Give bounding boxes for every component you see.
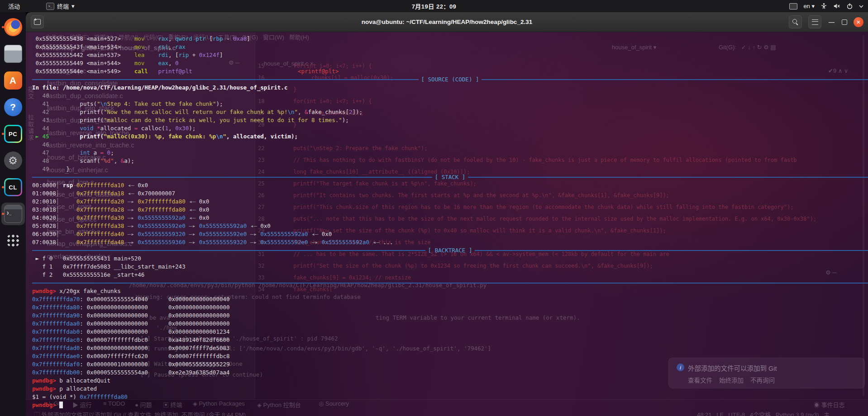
plus-icon: + [34, 18, 37, 22]
terminal-line: 0x555555555442 <main+537> lea rdi, [rip … [32, 51, 868, 59]
terminal-line: 0x7fffffffdad0: 0x0000000000000000 0x000… [32, 344, 868, 352]
search-icon [792, 19, 798, 25]
close-button[interactable]: × [854, 17, 863, 27]
terminal-line: 0x7fffffffdae0: 0x00007ffff7ffc620 0x000… [32, 352, 868, 360]
keyboard-icon [789, 3, 797, 9]
firefox-icon [4, 18, 22, 36]
terminal-line: 0x555555555449 <main+544> mov eax, 0 [32, 59, 868, 67]
terminal-line: f 1 0x7ffff7de5083 __libc_start_main+243 [32, 263, 868, 271]
terminal-line: 06:0030│ 0x7fffffffda40 —▸ 0x55555555932… [32, 230, 868, 238]
power-icon [846, 3, 853, 9]
terminal-line: pwndbg> b allocatedQuit [32, 377, 868, 385]
terminal-line: 07:0038│ 0x7fffffffda48 —▸ 0x55555555936… [32, 238, 868, 246]
terminal-line: 48 scanf("%d", &a); [32, 157, 868, 165]
accessibility-icon [820, 3, 827, 9]
clion-icon: CL [4, 178, 22, 196]
dock: A?PC⚙CL❯_ [0, 12, 26, 416]
dock-item-firefox[interactable] [1, 16, 25, 38]
terminal-line: 40 [32, 92, 868, 100]
terminal-line: 0x55555555544e <main+549> call printf@pl… [32, 67, 868, 76]
help-icon: ? [4, 98, 22, 116]
hamburger-icon [812, 19, 818, 25]
terminal-line: 0x7fffffffdaa0: 0x0000000000000000 0x000… [32, 320, 868, 328]
terminal-line: 43 printf("malloc can do the trick as we… [32, 116, 868, 124]
terminal-line: 04:0020│ 0x7fffffffda30 —▸ 0x5555555592a… [32, 214, 868, 222]
files-icon [4, 45, 22, 63]
terminal-line: 0x7fffffffda70: 0x0000555555554040 0x000… [32, 295, 868, 303]
terminal-line: pwndbg> [32, 401, 868, 409]
desktop: 活动 >_ 终端 ▾ 7月19日 22：09 en ▾ A?PC⚙CL❯_ + … [0, 0, 868, 416]
terminal-line: 42 printf("Now the next calloc will retu… [32, 108, 868, 116]
clion-logo-text: CL [5, 180, 21, 195]
dock-item-files[interactable] [1, 43, 25, 65]
volume-muted-icon [833, 3, 840, 9]
dock-item-settings[interactable]: ⚙ [1, 149, 25, 172]
terminal-line: 0x7fffffffda80: 0x0000000000000000 0x000… [32, 303, 868, 312]
input-language-indicator[interactable]: en ▾ [803, 3, 815, 9]
terminal-content[interactable]: i 外部添加的文件可以添加到 Git 查看文件 始终添加 不再询问 文件(F) … [26, 32, 868, 416]
terminal-line: f 2 0x55555555516e _start+46 [32, 271, 868, 279]
search-button[interactable] [789, 15, 802, 28]
terminal-line: 0x7fffffffda90: 0x0000000000000000 0x000… [32, 312, 868, 320]
pycharm-icon: PC [4, 125, 22, 143]
pycharm-logo-text: PC [5, 126, 21, 142]
terminal-line: 00:0000│ rsp 0x7fffffffda10 ◂— 0x0 [32, 181, 868, 189]
terminal-icon: ❯_ [4, 205, 22, 223]
app-menu-label: 终端 [57, 2, 69, 10]
terminal-line: 03:0018│ 0x7fffffffda28 —▸ 0x7fffffffda8… [32, 206, 868, 214]
dock-item-software[interactable]: A [1, 69, 25, 92]
running-indicator-dot [2, 186, 4, 189]
terminal-line: ► 45 printf("malloc(0x30): %p, fake chun… [32, 132, 868, 141]
new-tab-button[interactable]: + [31, 15, 44, 28]
settings-icon: ⚙ [4, 151, 22, 170]
window-title: nova@ubuntu: ~/CTF/Learning/HEAP/how2hea… [362, 19, 532, 25]
dock-item-apps-grid[interactable] [1, 229, 25, 252]
activities-button[interactable]: 活动 [8, 2, 20, 10]
terminal-line: 44 void *allocated = calloc(1, 0x30); [32, 124, 868, 132]
terminal-window: + nova@ubuntu: ~/CTF/Learning/HEAP/how2h… [26, 12, 868, 416]
software-icon: A [4, 71, 22, 90]
terminal-line: In file: /home/nova/CTF/Learning/HEAP/ho… [32, 84, 868, 92]
terminal-line: pwndbg> x/20gx fake_chunks [32, 287, 868, 295]
terminal-line: 47 int a = 0; [32, 149, 868, 157]
app-menu[interactable]: >_ 终端 ▾ [46, 2, 75, 10]
terminal-line: 0x7fffffffdac0: 0x00007fffffffdbc0 0xa48… [32, 336, 868, 344]
terminal-line: ► f 0 0x555555555431 main+520 [32, 255, 868, 263]
running-indicator-dot [2, 133, 4, 135]
terminal-mini-icon: >_ [46, 3, 54, 10]
dock-item-terminal[interactable]: ❯_ [1, 203, 25, 225]
terminal-line: 01:0008│ 0x7fffffffda18 ◂— 0x700000007 [32, 189, 868, 198]
section-separator: [ STACK ] [32, 173, 868, 181]
terminal-line: 0x55555555543f <main+534> mov rsi, rax [32, 43, 868, 51]
running-indicator-dot [2, 26, 4, 28]
chevron-down-icon: ▾ [72, 3, 75, 9]
dock-item-clion[interactable]: CL [1, 176, 25, 199]
section-separator: [ SOURCE (CODE) ] [32, 76, 868, 84]
terminal-line: $1 = (void *) 0x7fffffffda80 [32, 393, 868, 401]
terminal-line: 0x555555555438 <main+527> mov rax, qword… [32, 35, 868, 43]
terminal-line: 02:0010│ 0x7fffffffda20 —▸ 0x7fffffffda8… [32, 198, 868, 206]
gnome-top-bar: 活动 >_ 终端 ▾ 7月19日 22：09 en ▾ [0, 0, 868, 12]
menu-button[interactable] [808, 15, 821, 28]
terminal-line: 46 [32, 141, 868, 149]
terminal-line: 0x7fffffffdb00: 0x00005555555554a0 0xe2e… [32, 369, 868, 377]
terminal-line: pwndbg> p allocated [32, 385, 868, 393]
terminal-line: 05:0028│ 0x7fffffffda38 —▸ 0x5555555592e… [32, 222, 868, 230]
section-separator: [ BACKTRACE ] [32, 246, 868, 255]
dock-item-pycharm[interactable]: PC [1, 123, 25, 145]
terminal-line: 0x7fffffffdab0: 0x0000000000000000 0x000… [32, 328, 868, 336]
section-separator [32, 279, 868, 287]
chevron-down-icon [859, 5, 863, 8]
system-status-area[interactable]: en ▾ [789, 3, 863, 9]
terminal-line: 0x7fffffffdaf0: 0x0000000100000000 0x000… [32, 360, 868, 369]
terminal-titlebar[interactable]: + nova@ubuntu: ~/CTF/Learning/HEAP/how2h… [26, 12, 868, 32]
running-indicator-dot [2, 213, 4, 215]
terminal-line: 41 puts("\nStep 4: Take out the fake chu… [32, 100, 868, 108]
minimize-button[interactable]: — [828, 19, 835, 25]
dock-item-help[interactable]: ? [1, 96, 25, 118]
apps-grid-icon [7, 234, 19, 247]
pwndbg-output: 0x555555555438 <main+527> mov rax, qword… [26, 32, 868, 416]
clock[interactable]: 7月19日 22：09 [412, 2, 457, 10]
maximize-button[interactable] [842, 19, 847, 25]
terminal-line: 49 } [32, 165, 868, 173]
